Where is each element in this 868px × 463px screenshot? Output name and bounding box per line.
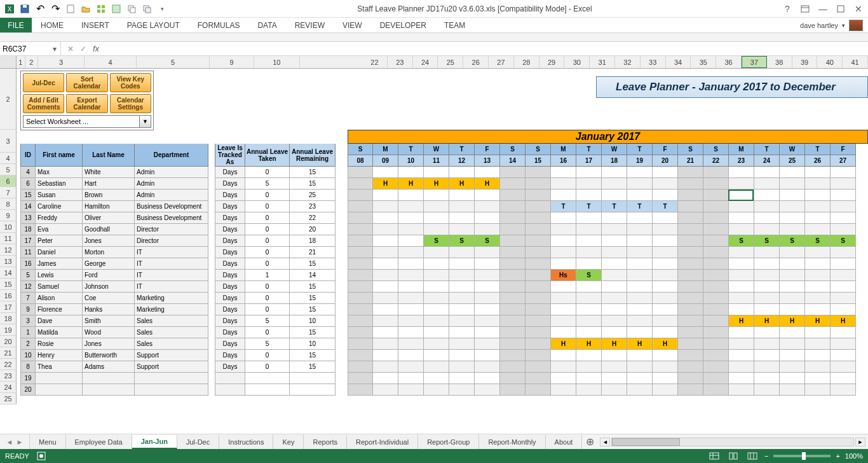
cell-day-13[interactable] — [678, 315, 703, 327]
cell-day-0[interactable] — [348, 178, 373, 190]
cell-day-16[interactable] — [754, 373, 780, 384]
cell-dept[interactable]: Director — [135, 235, 208, 247]
cell-id[interactable]: 19 — [20, 373, 36, 384]
cell-dept[interactable]: Support — [135, 361, 208, 373]
cell-day-8[interactable] — [551, 247, 576, 258]
cell-first[interactable]: Max — [36, 167, 83, 178]
cell-day-12[interactable] — [653, 281, 678, 293]
ribbon-display-icon[interactable] — [798, 3, 812, 15]
cell-day-17[interactable] — [780, 293, 805, 304]
cell-day-18[interactable]: H — [805, 315, 831, 327]
cell-day-13[interactable] — [678, 293, 703, 304]
file-tab[interactable]: FILE — [0, 18, 32, 32]
cell-day-2[interactable] — [398, 281, 424, 293]
cell-day-1[interactable] — [373, 304, 398, 315]
cell-id[interactable]: 11 — [20, 247, 36, 258]
cell-day-1[interactable] — [373, 327, 398, 338]
row-header-14[interactable]: 14 — [0, 267, 17, 279]
cell-day-2[interactable] — [398, 167, 424, 178]
cell-day-19[interactable]: H — [831, 315, 856, 327]
cell-day-11[interactable] — [627, 224, 653, 235]
cell-day-7[interactable] — [526, 247, 551, 258]
cell-day-1[interactable] — [373, 384, 398, 396]
cell-day-5[interactable] — [475, 212, 500, 224]
row-header-11[interactable]: 11 — [0, 233, 17, 244]
cell-day-11[interactable] — [627, 178, 653, 190]
cell-day-15[interactable] — [729, 247, 754, 258]
cell-day-1[interactable] — [373, 338, 398, 350]
cell-first[interactable]: Caroline — [36, 201, 83, 212]
cell-first[interactable]: Matilda — [36, 327, 83, 338]
cell-dept[interactable]: IT — [135, 258, 208, 270]
row-header-4[interactable]: 4 — [0, 153, 17, 164]
cell-day-7[interactable] — [526, 201, 551, 212]
cell-day-12[interactable] — [653, 304, 678, 315]
cell-day-19[interactable] — [831, 247, 856, 258]
sheet-tab-jul-dec[interactable]: Jul-Dec — [177, 435, 219, 449]
qat-btn-9[interactable] — [140, 2, 154, 16]
cell-day-19[interactable] — [831, 373, 856, 384]
cell-last[interactable]: George — [83, 258, 135, 270]
cell-day-11[interactable] — [627, 247, 653, 258]
cell-day-18[interactable] — [805, 384, 831, 396]
cell-day-3[interactable] — [424, 281, 449, 293]
cell-day-3[interactable] — [424, 293, 449, 304]
cell-day-8[interactable] — [551, 281, 576, 293]
col-header-32[interactable]: 32 — [615, 56, 641, 68]
cell-day-6[interactable] — [500, 338, 526, 350]
cell-day-13[interactable] — [678, 384, 703, 396]
cell-day-7[interactable] — [526, 212, 551, 224]
cell-remain[interactable]: 15 — [290, 178, 336, 190]
cell-day-10[interactable] — [602, 247, 627, 258]
cell-day-8[interactable] — [551, 293, 576, 304]
cell-id[interactable]: 17 — [20, 235, 36, 247]
cell-day-14[interactable] — [703, 304, 729, 315]
cell-day-1[interactable] — [373, 224, 398, 235]
scroll-track[interactable] — [611, 438, 854, 446]
cell-day-11[interactable] — [627, 327, 653, 338]
cell-day-6[interactable] — [500, 178, 526, 190]
cell-day-3[interactable] — [424, 373, 449, 384]
cell-id[interactable]: 13 — [20, 212, 36, 224]
cell-day-8[interactable] — [551, 258, 576, 270]
cell-day-19[interactable] — [831, 224, 856, 235]
cell-day-8[interactable] — [551, 235, 576, 247]
scroll-thumb[interactable] — [612, 438, 679, 446]
row-header-25[interactable]: 25 — [0, 393, 17, 404]
cell-day-17[interactable] — [780, 304, 805, 315]
ribbon-tab-formulas[interactable]: FORMULAS — [189, 18, 249, 32]
cell-day-16[interactable] — [754, 270, 780, 281]
cell-day-15[interactable] — [729, 384, 754, 396]
juldec-button[interactable]: Jul-Dec — [23, 73, 64, 92]
sheet-tab-instructions[interactable]: Instructions — [219, 435, 273, 449]
cell-track[interactable]: Days — [215, 235, 245, 247]
cell-day-14[interactable] — [703, 384, 729, 396]
cell-last[interactable]: Butterworth — [83, 350, 135, 361]
cell-day-9[interactable] — [576, 361, 602, 373]
row-header-22[interactable]: 22 — [0, 359, 17, 370]
cell-day-14[interactable] — [703, 327, 729, 338]
cell-day-4[interactable] — [449, 212, 475, 224]
cell-last[interactable]: Johnson — [83, 281, 135, 293]
cell-last[interactable]: Goodhall — [83, 224, 135, 235]
cell-day-0[interactable] — [348, 235, 373, 247]
sheet-tab-about[interactable]: About — [546, 435, 583, 449]
cell-taken[interactable] — [245, 373, 290, 384]
cell-id[interactable]: 20 — [20, 384, 36, 396]
cell-day-13[interactable] — [678, 327, 703, 338]
cell-day-7[interactable] — [526, 190, 551, 201]
cell-day-3[interactable] — [424, 167, 449, 178]
sheet-tab-key[interactable]: Key — [273, 435, 304, 449]
cell-day-10[interactable] — [602, 281, 627, 293]
cell-day-0[interactable] — [348, 350, 373, 361]
cell-dept[interactable]: Director — [135, 224, 208, 235]
cell-track[interactable]: Days — [215, 258, 245, 270]
cell-day-16[interactable] — [754, 384, 780, 396]
cell-id[interactable]: 1 — [20, 327, 36, 338]
cell-day-17[interactable] — [780, 190, 805, 201]
cell-day-19[interactable] — [831, 361, 856, 373]
cell-day-18[interactable] — [805, 247, 831, 258]
cell-day-5[interactable]: H — [475, 178, 500, 190]
cell-day-13[interactable] — [678, 373, 703, 384]
col-header-37[interactable]: 37 — [742, 56, 767, 68]
